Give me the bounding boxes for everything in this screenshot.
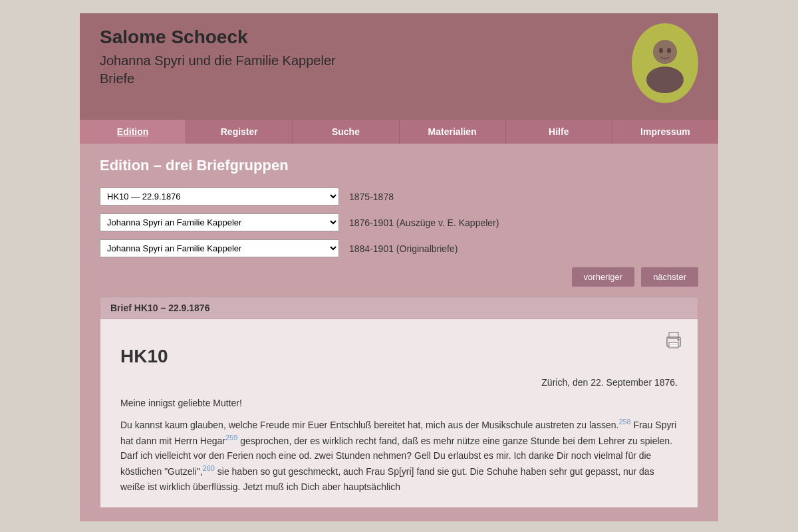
nav-item-register[interactable]: Register [186, 120, 293, 144]
svg-point-3 [659, 48, 663, 53]
site-subtitle2: Briefe [100, 71, 618, 86]
nav-item-materialien[interactable]: Materialien [400, 120, 506, 144]
brief-content: HK10 Zürich, den 22. September 1876. Mei… [100, 319, 698, 507]
portrait-container [632, 23, 698, 103]
brief-body: Du kannst kaum glauben, welche Freude mi… [120, 416, 678, 494]
svg-rect-6 [669, 342, 678, 348]
next-button[interactable]: nächster [641, 267, 698, 287]
dropdowns-section: HK10 — 22.9.1876 1875-1878 Johanna Spyri… [100, 188, 698, 257]
app-container: Salome Schoeck Johanna Spyri und die Fam… [80, 13, 718, 521]
svg-point-4 [667, 48, 671, 53]
brief-id: HK10 [120, 346, 678, 367]
dropdown-3[interactable]: Johanna Spyri an Familie Kappeler [100, 239, 339, 257]
svg-point-2 [646, 66, 684, 93]
dropdown-row-1: HK10 — 22.9.1876 1875-1878 [100, 188, 698, 205]
dropdown-label-3: 1884-1901 (Originalbriefe) [349, 243, 458, 254]
svg-point-10 [678, 339, 680, 341]
svg-rect-8 [669, 344, 678, 345]
nav-item-suche[interactable]: Suche [293, 120, 399, 144]
portrait-oval [632, 23, 698, 103]
footnote-ref-259: 259 [225, 434, 237, 442]
nav-buttons: vorheriger nächster [100, 267, 698, 287]
header: Salome Schoeck Johanna Spyri und die Fam… [80, 13, 718, 120]
footnote-ref-260: 260 [203, 464, 215, 472]
site-subtitle: Johanna Spyri und die Familie Kappeler [100, 53, 618, 68]
printer-svg [663, 329, 684, 350]
brief-container: Brief HK10 – 22.9.1876 HK10 Zürich, den … [100, 297, 698, 508]
svg-point-1 [653, 40, 677, 64]
brief-header: Brief HK10 – 22.9.1876 [100, 297, 698, 319]
dropdown-label-2: 1876-1901 (Auszüge v. E. Kappeler) [349, 217, 499, 228]
portrait-svg [635, 27, 695, 100]
site-title: Salome Schoeck [100, 27, 618, 48]
brief-salutation: Meine innigst geliebte Mutter! [120, 398, 678, 408]
nav-item-hilfe[interactable]: Hilfe [506, 120, 612, 144]
dropdown-row-3: Johanna Spyri an Familie Kappeler 1884-1… [100, 239, 698, 257]
print-icon[interactable] [663, 329, 684, 352]
main-content: Edition – drei Briefgruppen HK10 — 22.9.… [80, 144, 718, 521]
prev-button[interactable]: vorheriger [572, 267, 635, 287]
nav-item-impressum[interactable]: Impressum [612, 120, 718, 144]
svg-rect-9 [669, 346, 678, 347]
brief-date: Zürich, den 22. September 1876. [120, 377, 678, 388]
nav-item-edition[interactable]: Edition [80, 120, 186, 144]
dropdown-1[interactable]: HK10 — 22.9.1876 [100, 188, 339, 205]
nav: Edition Register Suche Materialien Hilfe… [80, 120, 718, 144]
footnote-ref-258: 258 [618, 418, 630, 426]
page-heading: Edition – drei Briefgruppen [100, 157, 698, 174]
header-titles: Salome Schoeck Johanna Spyri und die Fam… [100, 27, 698, 86]
dropdown-2[interactable]: Johanna Spyri an Familie Kappeler [100, 213, 339, 231]
dropdown-label-1: 1875-1878 [349, 192, 394, 202]
dropdown-row-2: Johanna Spyri an Familie Kappeler 1876-1… [100, 213, 698, 231]
brief-body-text-1: Du kannst kaum glauben, welche Freude mi… [120, 420, 618, 430]
